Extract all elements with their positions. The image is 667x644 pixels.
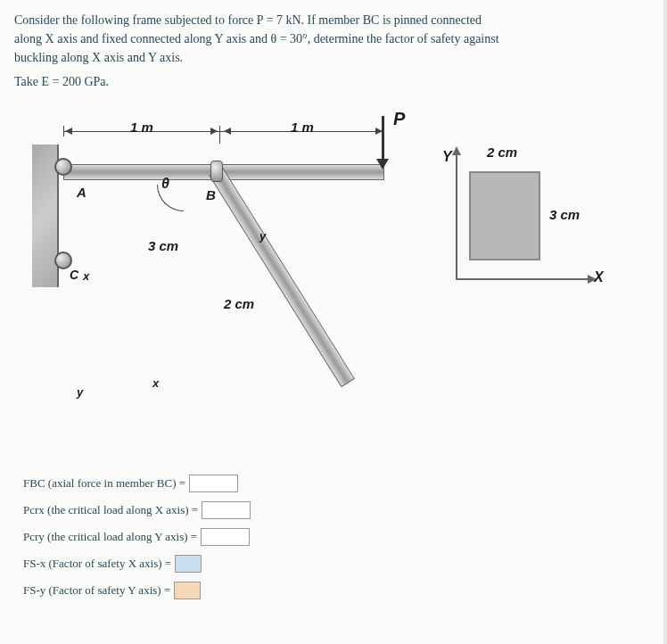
beam-bc xyxy=(209,167,355,387)
diagram: 1 m 1 m P A B C x θ 3 cm 2 cm y x y xyxy=(14,109,638,448)
dim-3cm-bc: 3 cm xyxy=(148,238,178,253)
dim-1m-left: 1 m xyxy=(130,120,153,135)
answer-row-fsx: FS-x (Factor of safety X axis) = xyxy=(23,555,653,573)
local-y: y xyxy=(259,229,266,243)
answer-row-pcrx: Pcrx (the critical load along X axis) = xyxy=(23,501,653,519)
hinge-a xyxy=(54,158,72,176)
pcrx-label: Pcrx (the critical load along X axis) = xyxy=(23,503,198,517)
local-y2: y xyxy=(77,385,83,399)
local-x: x xyxy=(152,376,159,390)
frame-structure: 1 m 1 m P A B C x θ 3 cm 2 cm y x y xyxy=(32,109,407,448)
problem-line: along X axis and fixed connected along Y… xyxy=(14,29,653,48)
x-axis xyxy=(456,278,589,280)
problem-line: Take E = 200 GPa. xyxy=(14,72,653,91)
cross-section-diagram: Y X 2 cm 3 cm xyxy=(451,136,612,314)
label-b: B xyxy=(206,187,216,202)
force-arrow xyxy=(382,116,384,161)
answer-row-pcry: Pcry (the critical load along Y axis) = xyxy=(23,528,653,546)
answer-section: FBC (axial force in member BC) = Pcrx (t… xyxy=(14,475,653,599)
force-label: P xyxy=(393,109,405,129)
question-page: Consider the following frame subjected t… xyxy=(0,0,667,644)
label-c: C xyxy=(70,268,78,282)
fbc-input[interactable] xyxy=(189,475,238,492)
answer-row-fsy: FS-y (Factor of safety Y axis) = xyxy=(23,582,653,599)
problem-line: buckling along X axis and Y axis. xyxy=(14,48,653,67)
answer-row-fbc: FBC (axial force in member BC) = xyxy=(23,475,653,492)
pcry-input[interactable] xyxy=(201,528,250,546)
cross-section-rect xyxy=(469,171,540,260)
label-cx: x xyxy=(83,269,89,283)
pcry-label: Pcry (the critical load along Y axis) = xyxy=(23,530,197,544)
theta-label: θ xyxy=(161,176,169,192)
fsx-label: FS-x (Factor of safety X axis) = xyxy=(23,557,171,571)
y-axis-label: Y xyxy=(442,149,452,165)
problem-line: Consider the following frame subjected t… xyxy=(14,11,653,29)
dimension-line-top xyxy=(63,131,384,132)
fsy-input[interactable] xyxy=(174,582,201,599)
fsy-label: FS-y (Factor of safety Y axis) = xyxy=(23,583,170,598)
cs-width: 2 cm xyxy=(487,144,517,160)
fbc-label: FBC (axial force in member BC) = xyxy=(23,476,185,491)
hinge-c xyxy=(54,252,72,269)
pcrx-input[interactable] xyxy=(202,501,251,519)
dim-1m-right: 1 m xyxy=(291,120,314,135)
pin-b xyxy=(210,161,223,182)
fsx-input[interactable] xyxy=(175,555,202,573)
y-axis xyxy=(456,153,457,278)
label-a: A xyxy=(77,185,86,200)
scroll-edge xyxy=(663,0,667,644)
cs-height: 3 cm xyxy=(549,207,580,222)
dim-2cm-bc: 2 cm xyxy=(224,296,254,311)
x-axis-label: X xyxy=(594,269,604,285)
problem-statement: Consider the following frame subjected t… xyxy=(14,11,653,91)
